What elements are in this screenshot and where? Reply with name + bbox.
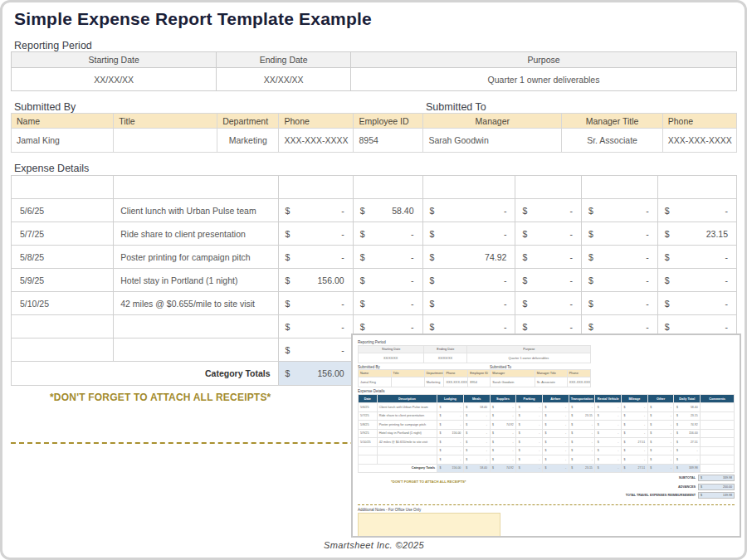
amount-value: - bbox=[646, 299, 649, 309]
amount-value: - bbox=[569, 299, 573, 309]
dollar-sign: $ bbox=[466, 406, 467, 409]
expense-amount-cell: $- bbox=[515, 199, 582, 222]
dollar-sign: $ bbox=[588, 322, 593, 332]
mini-amount-wrap: $- bbox=[517, 466, 541, 470]
dollar-sign: $ bbox=[286, 206, 290, 216]
amount-value: - bbox=[671, 441, 671, 444]
expense-amount-cell: $- bbox=[278, 199, 353, 222]
amount-value: 58.40 bbox=[480, 406, 487, 409]
amount-value: - bbox=[341, 206, 344, 216]
amount-value: - bbox=[504, 322, 507, 332]
mini-amount-wrap: $- bbox=[517, 406, 541, 409]
expense-date-cell: 5/8/25 bbox=[12, 246, 114, 269]
dollar-sign: $ bbox=[466, 449, 467, 452]
inset-header-cell: Airfare bbox=[542, 395, 569, 403]
dollar-sign: $ bbox=[624, 414, 626, 417]
amount-value: - bbox=[569, 275, 573, 285]
amount-wrap: $23.15 bbox=[659, 229, 735, 239]
inset-value-cell: Quarter 1 owner deliverables bbox=[467, 353, 591, 363]
amount-value: - bbox=[341, 229, 344, 239]
amount-value: 27.51 bbox=[637, 441, 645, 444]
inset-amount-cell: $23.15 bbox=[569, 411, 595, 421]
amount-value: - bbox=[671, 431, 671, 435]
amount-value: 139.98 bbox=[723, 494, 732, 497]
amount-value: - bbox=[618, 449, 618, 452]
amount-wrap: $- bbox=[583, 275, 657, 285]
dollar-sign: $ bbox=[598, 449, 599, 452]
inset-value-cell: XX/XX/XX bbox=[359, 353, 424, 363]
expense-header-cell: Meals bbox=[353, 176, 422, 199]
inset-amount-cell: $- bbox=[674, 455, 701, 465]
dollar-sign: $ bbox=[665, 322, 670, 332]
expense-amount-cell: $58.40 bbox=[353, 199, 422, 222]
mini-amount-wrap: $- bbox=[596, 431, 620, 435]
dollar-sign: $ bbox=[522, 252, 527, 262]
dollar-sign: $ bbox=[360, 206, 365, 216]
expense-header-cell: Supplies bbox=[422, 176, 515, 199]
expense-amount-cell: $- bbox=[657, 199, 736, 222]
dollar-sign: $ bbox=[571, 423, 573, 426]
inset-submitted-table: NameTitleDepartmentPhoneEmployee IDManag… bbox=[358, 369, 591, 387]
dollar-sign: $ bbox=[598, 414, 599, 417]
inset-description-cell: Ride share to client presentation bbox=[377, 411, 437, 421]
amount-wrap: $- bbox=[354, 229, 422, 239]
inset-amount-cell: $- bbox=[622, 403, 648, 412]
dollar-sign: $ bbox=[360, 322, 365, 332]
expense-description-cell: Poster printing for campaign pitch bbox=[114, 246, 278, 269]
mini-amount-wrap: $- bbox=[544, 423, 568, 426]
dollar-sign: $ bbox=[440, 431, 442, 435]
amount-wrap: $- bbox=[583, 206, 657, 216]
expense-amount-cell: $- bbox=[353, 292, 422, 315]
inset-amount-cell: $- bbox=[542, 421, 569, 430]
amount-wrap: $- bbox=[280, 206, 352, 216]
mini-amount-wrap: $- bbox=[649, 423, 673, 426]
inset-amount-cell: $- bbox=[463, 411, 490, 421]
amount-wrap: $- bbox=[659, 275, 735, 285]
amount-value: - bbox=[644, 423, 645, 426]
amount-wrap: $- bbox=[424, 299, 515, 309]
inset-description-cell: Client lunch with Urban Pulse team bbox=[377, 403, 437, 412]
amount-value: 156.00 bbox=[318, 368, 344, 378]
inset-amount-cell: $- bbox=[490, 455, 516, 465]
receipts-reminder: *DON'T FORGET TO ATTACH ALL RECEIPTS* bbox=[50, 392, 271, 403]
dollar-sign: $ bbox=[650, 441, 652, 444]
inset-amount-cell: $- bbox=[647, 411, 674, 421]
inset-summary-label: TOTAL TRAVEL EXPENSES REIMBURSEMENT bbox=[626, 494, 696, 497]
dollar-sign: $ bbox=[665, 275, 670, 285]
mini-amount-wrap: $- bbox=[544, 449, 568, 452]
page-title: Simple Expense Report Template Example bbox=[14, 9, 372, 29]
dollar-sign: $ bbox=[360, 252, 365, 262]
amount-value: - bbox=[618, 441, 618, 444]
inset-header-cell: Other bbox=[647, 395, 674, 403]
amount-value: - bbox=[504, 206, 507, 216]
amount-value: - bbox=[513, 414, 514, 417]
amount-value: - bbox=[618, 423, 618, 426]
mini-amount-wrap: $58.40 bbox=[465, 466, 489, 470]
dollar-sign: $ bbox=[440, 406, 442, 409]
dollar-sign: $ bbox=[466, 423, 467, 426]
amount-value: - bbox=[504, 299, 507, 309]
mini-amount-wrap: $- bbox=[596, 414, 620, 417]
inset-header-cell: Comments bbox=[701, 395, 735, 403]
amount-value: - bbox=[565, 449, 566, 452]
amount-wrap: $- bbox=[424, 206, 515, 216]
dollar-sign: $ bbox=[571, 449, 573, 452]
submitted-value-cell: Jamal King bbox=[12, 129, 114, 153]
amount-value: - bbox=[486, 449, 487, 452]
category-totals-label: Category Totals bbox=[12, 362, 279, 386]
amount-value: - bbox=[646, 206, 649, 216]
amount-value: 58.40 bbox=[480, 466, 487, 470]
inset-value-cell: Marketing bbox=[424, 377, 444, 387]
amount-value: - bbox=[565, 458, 566, 461]
amount-wrap: $- bbox=[516, 229, 580, 239]
inset-amount-cell: $- bbox=[437, 455, 464, 465]
amount-wrap: $- bbox=[354, 299, 422, 309]
expense-date-cell: 5/10/25 bbox=[12, 292, 114, 315]
amount-wrap: $- bbox=[354, 275, 422, 285]
inset-amount-cell: $- bbox=[569, 429, 595, 438]
amount-value: - bbox=[592, 406, 593, 409]
inset-expense-row: 5/6/25Client lunch with Urban Pulse team… bbox=[359, 403, 735, 412]
mini-amount-wrap: $- bbox=[544, 441, 568, 444]
inset-amount-cell: $- bbox=[542, 438, 569, 447]
dollar-sign: $ bbox=[492, 458, 494, 461]
